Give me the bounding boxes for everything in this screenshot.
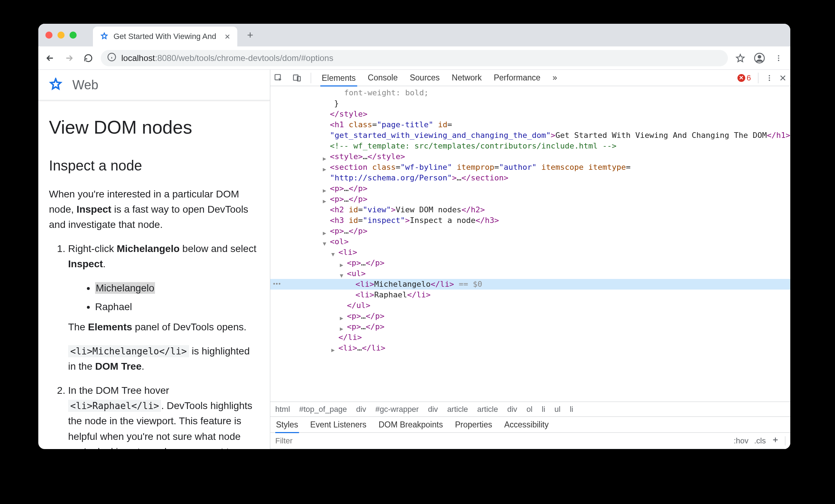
- browser-window: Get Started With Viewing And × + localho…: [38, 24, 790, 449]
- dom-tree[interactable]: font-weight: bold; } </style> <h1 class=…: [270, 86, 790, 402]
- page-header: Web: [38, 70, 270, 100]
- subsection-heading: Inspect a node: [49, 155, 259, 177]
- device-toggle-icon[interactable]: [292, 73, 302, 83]
- tab-bar: Get Started With Viewing And × +: [38, 24, 790, 46]
- devtools-pane: Elements Console Sources Network Perform…: [270, 70, 790, 449]
- page-header-label: Web: [72, 78, 98, 93]
- close-window-button[interactable]: [45, 32, 52, 39]
- tab-accessibility[interactable]: Accessibility: [503, 417, 549, 432]
- inspect-element-icon[interactable]: [274, 73, 283, 83]
- reload-button[interactable]: [82, 51, 95, 65]
- crumb-item[interactable]: article: [477, 405, 498, 414]
- new-tab-button[interactable]: +: [247, 29, 254, 41]
- tab-elements[interactable]: Elements: [320, 71, 357, 86]
- svg-point-9: [769, 75, 770, 76]
- svg-point-3: [778, 55, 779, 56]
- dom-line[interactable]: <li>Raphael</li>: [270, 290, 790, 300]
- hov-toggle[interactable]: :hov: [734, 436, 748, 446]
- article: View DOM nodes Inspect a node When you'r…: [38, 100, 270, 449]
- section-heading: View DOM nodes: [49, 113, 259, 142]
- maximize-window-button[interactable]: [70, 32, 77, 39]
- dom-line-selected[interactable]: <li>Michelangelo</li> == $0: [270, 279, 790, 290]
- dom-line[interactable]: ▼<ol>: [270, 236, 790, 247]
- forward-button[interactable]: [62, 51, 76, 65]
- dom-line[interactable]: <h3 id="inspect">Inspect a node</h3>: [270, 215, 790, 226]
- dom-line[interactable]: font-weight: bold;: [270, 88, 790, 98]
- crumb-item[interactable]: article: [447, 405, 468, 414]
- dom-line[interactable]: <!-- wf_template: src/templates/contribu…: [270, 141, 790, 151]
- dom-line[interactable]: <h1 class="page-title" id=: [270, 119, 790, 130]
- tab-title: Get Started With Viewing And: [114, 32, 216, 41]
- tab-properties[interactable]: Properties: [454, 417, 493, 432]
- favicon-icon: [100, 32, 109, 41]
- list-item[interactable]: Michelangelo: [95, 280, 259, 296]
- dom-line[interactable]: ▶<p>…</p>: [270, 226, 790, 236]
- styles-filter-input[interactable]: [275, 436, 728, 446]
- crumb-item[interactable]: div: [428, 405, 438, 414]
- crumb-item[interactable]: div: [356, 405, 366, 414]
- crumb-item[interactable]: ol: [526, 405, 532, 414]
- code-inline: <li>Michelangelo</li>: [68, 345, 189, 357]
- dom-line[interactable]: ▶<p>…</p>: [270, 194, 790, 205]
- styles-filter-bar: :hov .cls: [270, 433, 790, 449]
- crumb-item[interactable]: li: [570, 405, 573, 414]
- back-button[interactable]: [43, 51, 57, 65]
- dom-line[interactable]: ▶<p>…</p>: [270, 183, 790, 194]
- tab-network[interactable]: Network: [450, 70, 483, 85]
- dom-line[interactable]: </li>: [270, 332, 790, 343]
- crumb-item[interactable]: div: [507, 405, 517, 414]
- code-inline: <li>Raphael</li>: [68, 400, 161, 412]
- tab-console[interactable]: Console: [366, 70, 399, 85]
- tab-sources[interactable]: Sources: [408, 70, 441, 85]
- page-pane: Web View DOM nodes Inspect a node When y…: [38, 70, 270, 449]
- profile-avatar-icon[interactable]: [753, 51, 766, 65]
- site-logo-icon: [48, 78, 63, 93]
- tabs-overflow[interactable]: »: [551, 70, 559, 85]
- crumb-item[interactable]: #top_of_page: [299, 405, 347, 414]
- svg-point-4: [778, 57, 779, 59]
- error-badge[interactable]: ✕6: [737, 73, 751, 83]
- dom-line[interactable]: "get_started_with_viewing_and_changing_t…: [270, 130, 790, 141]
- svg-point-11: [769, 79, 770, 81]
- crumb-item[interactable]: ul: [554, 405, 560, 414]
- devtools-close-icon[interactable]: [779, 74, 787, 82]
- dom-line[interactable]: ▶<p>…</p>: [270, 311, 790, 321]
- devtools-menu-icon[interactable]: [765, 74, 773, 82]
- site-info-icon[interactable]: [107, 52, 116, 64]
- tab-dom-breakpoints[interactable]: DOM Breakpoints: [378, 417, 444, 432]
- dom-line[interactable]: "http://schema.org/Person">…</section>: [270, 173, 790, 183]
- minimize-window-button[interactable]: [57, 32, 65, 39]
- tab-event-listeners[interactable]: Event Listeners: [310, 417, 367, 432]
- browser-tab[interactable]: Get Started With Viewing And ×: [93, 27, 237, 46]
- step-2: In the DOM Tree hover <li>Raphael</li>. …: [68, 383, 259, 449]
- crumb-item[interactable]: li: [542, 405, 545, 414]
- dom-line[interactable]: ▶<p>…</p>: [270, 321, 790, 332]
- crumb-item[interactable]: html: [275, 405, 290, 414]
- dom-line[interactable]: ▼<ul>: [270, 268, 790, 279]
- breadcrumb: html #top_of_page div #gc-wrapper div ar…: [270, 402, 790, 416]
- dom-line[interactable]: ▶<li>…</li>: [270, 343, 790, 353]
- dom-line[interactable]: ▶<section class="wf-byline" itemprop="au…: [270, 162, 790, 173]
- svg-point-5: [778, 60, 779, 61]
- dom-line[interactable]: ▼<li>: [270, 247, 790, 258]
- svg-point-2: [758, 55, 761, 58]
- expand-triangle-icon[interactable]: ▶: [331, 345, 335, 355]
- dom-line[interactable]: </style>: [270, 109, 790, 119]
- tab-styles[interactable]: Styles: [275, 417, 299, 433]
- cls-toggle[interactable]: .cls: [754, 436, 766, 446]
- list-item[interactable]: Raphael: [95, 299, 259, 314]
- address-bar[interactable]: localhost:8080/web/tools/chrome-devtools…: [101, 50, 728, 66]
- new-style-rule-button[interactable]: [772, 436, 779, 446]
- dom-line[interactable]: </ul>: [270, 300, 790, 311]
- crumb-item[interactable]: #gc-wrapper: [375, 405, 419, 414]
- dom-line[interactable]: ▶<p>…</p>: [270, 258, 790, 268]
- close-tab-button[interactable]: ×: [225, 31, 230, 42]
- styles-tabs: Styles Event Listeners DOM Breakpoints P…: [270, 416, 790, 433]
- traffic-lights: [45, 32, 77, 39]
- dom-line[interactable]: ▶<style>…</style>: [270, 151, 790, 162]
- bookmark-star-icon[interactable]: [734, 51, 747, 65]
- dom-line[interactable]: <h2 id="view">View DOM nodes</h2>: [270, 205, 790, 215]
- dom-line[interactable]: }: [270, 98, 790, 109]
- tab-performance[interactable]: Performance: [492, 70, 542, 85]
- browser-menu-icon[interactable]: [772, 51, 785, 65]
